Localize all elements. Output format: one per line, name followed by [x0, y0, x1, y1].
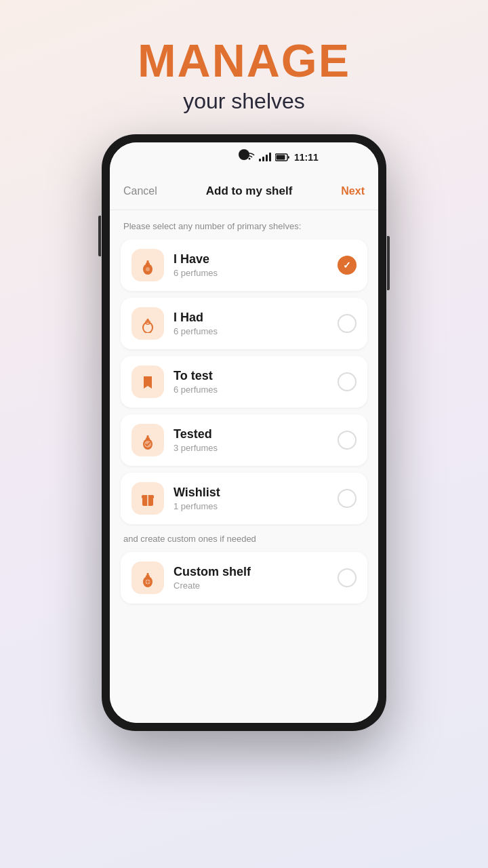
- shelf-icon-wrap: [131, 561, 164, 594]
- shelf-count: 6 perfumes: [174, 384, 338, 395]
- shelf-name: I Have: [174, 252, 338, 267]
- phone-shell: 11:11 Cancel Add to my shelf Next Please…: [102, 134, 386, 731]
- shelf-checkbox-to-test[interactable]: ✓: [338, 372, 357, 391]
- shelf-text: Tested 3 perfumes: [174, 427, 338, 453]
- shelf-checkbox-i-have[interactable]: ✓: [338, 256, 357, 275]
- phone-screen: 11:11 Cancel Add to my shelf Next Please…: [110, 142, 378, 723]
- shelf-count: Create: [174, 580, 338, 591]
- shelf-text: Custom shelf Create: [174, 565, 338, 591]
- shelf-item-tested[interactable]: Tested 3 perfumes ✓: [121, 414, 367, 466]
- shelf-name: Wishlist: [174, 486, 338, 500]
- shelf-text: To test 6 perfumes: [174, 369, 338, 395]
- shelf-checkbox-custom[interactable]: ✓: [338, 568, 357, 587]
- shelf-text: I Have 6 perfumes: [174, 252, 338, 278]
- battery-icon: [275, 153, 290, 161]
- shelf-checkbox-i-had[interactable]: ✓: [338, 314, 357, 333]
- status-time: 11:11: [294, 152, 319, 163]
- checkmark-icon: ✓: [343, 260, 351, 271]
- primary-section-label: Please select any number of primary shel…: [123, 221, 367, 231]
- shelf-icon-wrap: [131, 366, 164, 398]
- svg-rect-8: [147, 319, 149, 321]
- shelf-item-custom[interactable]: Custom shelf Create ✓: [121, 552, 367, 604]
- bookmark-icon: [138, 372, 157, 391]
- svg-rect-1: [277, 155, 285, 160]
- status-icons: 11:11: [244, 152, 319, 163]
- cancel-button[interactable]: Cancel: [123, 185, 157, 197]
- camera-notch: [239, 149, 249, 160]
- svg-point-5: [146, 267, 150, 271]
- shelf-name: I Had: [174, 311, 338, 325]
- svg-rect-18: [147, 573, 149, 576]
- perfume-check-icon: [138, 431, 157, 450]
- shelf-text: I Had 6 perfumes: [174, 311, 338, 336]
- perfume-custom-icon: [138, 568, 157, 587]
- shelf-checkbox-wishlist[interactable]: ✓: [338, 489, 357, 508]
- svg-rect-11: [147, 435, 149, 438]
- shelf-count: 6 perfumes: [174, 268, 338, 278]
- shelf-icon-wrap: [131, 249, 164, 281]
- svg-rect-4: [147, 260, 149, 263]
- screen-title: Add to my shelf: [206, 184, 293, 198]
- shelf-icon-wrap: [131, 482, 164, 515]
- shelf-text: Wishlist 1 perfumes: [174, 486, 338, 511]
- shelf-name: To test: [174, 369, 338, 383]
- page-header: MANAGE your shelves: [138, 37, 350, 114]
- perfume-outline-icon: [138, 314, 157, 333]
- content-area: Please select any number of primary shel…: [110, 210, 378, 723]
- shelf-item-to-test[interactable]: To test 6 perfumes ✓: [121, 356, 367, 408]
- shelf-name: Custom shelf: [174, 565, 338, 579]
- shelf-item-wishlist[interactable]: Wishlist 1 perfumes ✓: [121, 473, 367, 524]
- shelf-count: 6 perfumes: [174, 326, 338, 336]
- signal-icon: [259, 153, 271, 161]
- shelf-icon-wrap: [131, 424, 164, 456]
- custom-section-label: and create custom ones if needed: [123, 534, 367, 544]
- page-title-sub: your shelves: [138, 89, 350, 114]
- shelf-checkbox-tested[interactable]: ✓: [338, 431, 357, 450]
- app-header: Cancel Add to my shelf Next: [110, 172, 378, 210]
- shelf-count: 3 perfumes: [174, 443, 338, 453]
- page-title-main: MANAGE: [138, 37, 350, 83]
- shelf-count: 1 perfumes: [174, 501, 338, 511]
- shelf-name: Tested: [174, 427, 338, 441]
- next-button[interactable]: Next: [341, 185, 365, 197]
- status-bar: 11:11: [110, 142, 378, 172]
- shelf-icon-wrap: [131, 307, 164, 340]
- gift-icon: [138, 489, 157, 508]
- perfume-icon: [138, 256, 157, 275]
- shelf-item-i-had[interactable]: I Had 6 perfumes ✓: [121, 298, 367, 349]
- shelf-item-i-have[interactable]: I Have 6 perfumes ✓: [121, 239, 367, 291]
